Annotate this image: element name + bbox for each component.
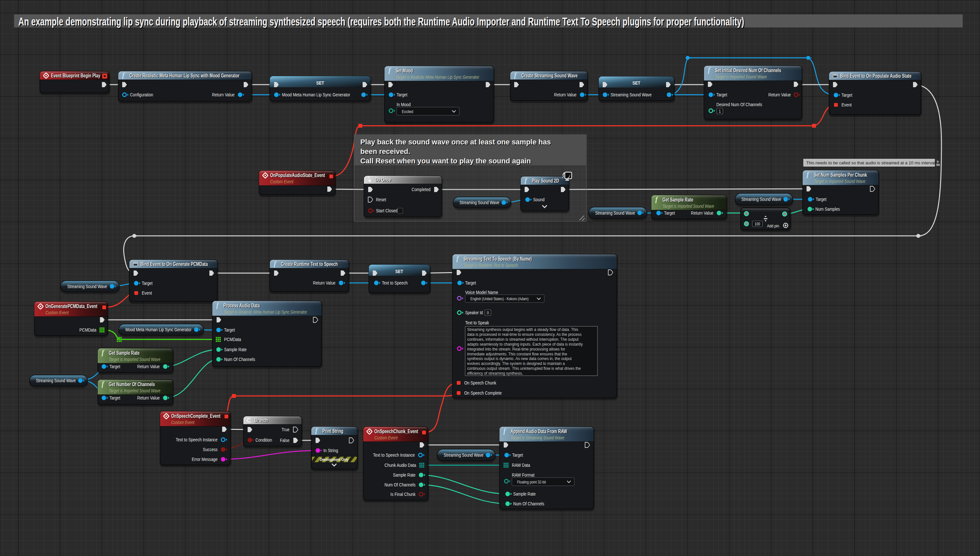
- svg-text:100: 100: [755, 221, 760, 226]
- svg-text:Return Value: Return Value: [554, 92, 576, 97]
- svg-text:Play Sound 2D: Play Sound 2D: [532, 178, 559, 184]
- svg-text:PCMData: PCMData: [224, 336, 241, 342]
- svg-text:On Speech Complete: On Speech Complete: [464, 390, 502, 396]
- svg-text:Start Closed: Start Closed: [376, 208, 397, 213]
- svg-text:Target: Target: [716, 92, 728, 97]
- svg-text:continues, information is stre: continues, information is streamed witho…: [467, 337, 579, 342]
- svg-text:1: 1: [368, 175, 370, 179]
- svg-text:Add pin: Add pin: [767, 223, 779, 228]
- svg-text:PCMData: PCMData: [79, 327, 97, 333]
- svg-text:Voice Model Name: Voice Model Name: [465, 289, 498, 295]
- svg-text:Streaming Sound Wave: Streaming Sound Wave: [460, 200, 499, 205]
- svg-text:synthesis output is dynamic. A: synthesis output is dynamic. As new data…: [467, 356, 572, 361]
- svg-text:Create Streaming Sound Wave: Create Streaming Sound Wave: [521, 73, 578, 78]
- svg-text:Append Audio Data From RAW: Append Audio Data From RAW: [510, 428, 567, 434]
- svg-text:English (United States) - Koko: English (United States) - Kokoro (Adam): [470, 297, 528, 301]
- svg-text:Get Sample Rate: Get Sample Rate: [109, 350, 139, 356]
- svg-text:Target is Runtime Text to Spee: Target is Runtime Text to Speech: [463, 262, 518, 268]
- svg-text:Error Message: Error Message: [192, 456, 218, 462]
- svg-text:Branch: Branch: [255, 417, 268, 423]
- svg-text:Streaming Sound Wave: Streaming Sound Wave: [741, 197, 781, 202]
- svg-text:Speaker Id: Speaker Id: [465, 310, 483, 315]
- svg-text:Return Value: Return Value: [769, 92, 791, 97]
- svg-text:Streaming Sound Wave: Streaming Sound Wave: [595, 210, 635, 216]
- svg-text:Excited: Excited: [402, 109, 413, 114]
- svg-text:Event: Event: [841, 102, 852, 107]
- svg-text:Return Value: Return Value: [137, 364, 160, 369]
- svg-text:Text to Speech: Text to Speech: [382, 280, 408, 286]
- svg-text:True: True: [282, 427, 289, 432]
- svg-text:SET: SET: [633, 80, 640, 86]
- svg-text:Custom Event: Custom Event: [45, 310, 69, 315]
- svg-text:Target is Imported Sound Wave: Target is Imported Sound Wave: [814, 178, 865, 184]
- svg-text:SET: SET: [395, 268, 403, 274]
- svg-text:Call Reset when you want to pl: Call Reset when you want to play the sou…: [360, 157, 531, 165]
- svg-text:Mood Meta Human Lip Sync Gener: Mood Meta Human Lip Sync Generator: [282, 92, 350, 97]
- svg-text:Target is Imported Sound Wave: Target is Imported Sound Wave: [109, 388, 160, 393]
- svg-text:On Speech Chunk: On Speech Chunk: [464, 380, 496, 385]
- svg-text:An example demonstrating lip s: An example demonstrating lip sync during…: [18, 15, 744, 28]
- svg-text:continuous output stream. This: continuous output stream. This uninterru…: [467, 366, 581, 371]
- svg-text:Target is Imported Sound Wave: Target is Imported Sound Wave: [662, 203, 714, 209]
- svg-text:Sample Rate: Sample Rate: [393, 472, 415, 478]
- svg-text:Streaming Sound Wave: Streaming Sound Wave: [36, 378, 76, 383]
- svg-text:RAW Format: RAW Format: [512, 472, 535, 478]
- svg-text:Is Final Chunk: Is Final Chunk: [391, 491, 415, 497]
- svg-text:False: False: [280, 437, 289, 443]
- svg-text:Target: Target: [816, 196, 827, 202]
- svg-text:Success: Success: [203, 446, 218, 452]
- svg-text:Reset: Reset: [376, 197, 386, 202]
- svg-text:Target: Target: [841, 92, 852, 98]
- svg-text:Custom Event: Custom Event: [375, 435, 398, 440]
- svg-text:Get Number Of Channels: Get Number Of Channels: [109, 381, 155, 387]
- svg-text:Target: Target: [224, 327, 235, 333]
- svg-text:Target is Imported Sound Wave: Target is Imported Sound Wave: [715, 74, 767, 79]
- svg-text:Target: Target: [512, 452, 523, 458]
- svg-text:Streaming synthesis output beg: Streaming synthesis output begins with a…: [467, 327, 578, 332]
- svg-text:Set Num Samples Per Chunk: Set Num Samples Per Chunk: [814, 172, 867, 178]
- svg-text:Streaming Sound Wave: Streaming Sound Wave: [610, 92, 652, 97]
- svg-text:Streaming Sound Wave: Streaming Sound Wave: [67, 284, 107, 289]
- svg-text:SET: SET: [316, 80, 324, 86]
- svg-text:Create Realistic Meta Human Li: Create Realistic Meta Human Lip Sync wit…: [129, 73, 239, 78]
- svg-text:data is processed in real-time: data is processed in real-time to ensure…: [467, 332, 581, 337]
- svg-text:Sample Rate: Sample Rate: [224, 347, 247, 352]
- svg-text:Target: Target: [664, 210, 675, 216]
- svg-text:Return Value: Return Value: [212, 92, 234, 97]
- svg-text:Num Of Channels: Num Of Channels: [384, 482, 415, 487]
- svg-text:In Mood: In Mood: [397, 102, 411, 107]
- svg-text:Custom Event: Custom Event: [270, 179, 294, 184]
- svg-text:Target: Target: [397, 92, 408, 97]
- svg-text:adapts seamlessly to changing: adapts seamlessly to changing inputs. Ea…: [467, 342, 583, 347]
- svg-text:1: 1: [719, 109, 721, 114]
- svg-text:OnSpeechComplete_Event: OnSpeechComplete_Event: [171, 413, 221, 419]
- svg-text:Custom Event: Custom Event: [171, 419, 195, 425]
- svg-text:Get Sample Rate: Get Sample Rate: [662, 197, 693, 202]
- svg-text:Do Once: Do Once: [375, 177, 391, 183]
- svg-text:In String: In String: [323, 448, 338, 453]
- svg-text:evolves accordingly. The syste: evolves accordingly. The system is desig…: [467, 361, 565, 366]
- svg-text:Return Value: Return Value: [137, 395, 160, 401]
- svg-text:Target is Streaming Sound Wave: Target is Streaming Sound Wave: [510, 435, 564, 440]
- svg-text:Target is Realistic Meta Human: Target is Realistic Meta Human Lip Sync …: [396, 74, 480, 80]
- svg-text:Sound: Sound: [533, 197, 544, 202]
- svg-text:Num Of Channels: Num Of Channels: [224, 356, 255, 362]
- svg-text:been received.: been received.: [360, 147, 410, 155]
- svg-text:Create Runtime Text to Speech: Create Runtime Text to Speech: [281, 261, 338, 267]
- svg-text:Mood Meta Human Lip Sync Gener: Mood Meta Human Lip Sync Generator: [126, 327, 191, 332]
- svg-text:Set Initial Desired Num Of Cha: Set Initial Desired Num Of Channels: [715, 68, 781, 73]
- svg-text:Target: Target: [142, 280, 153, 286]
- svg-text:This needs to be called so tha: This needs to be called so that audio is…: [806, 160, 935, 165]
- svg-text:Print String: Print String: [323, 428, 343, 434]
- svg-text:Floating point 32-bit: Floating point 32-bit: [517, 480, 546, 485]
- svg-text:Completed: Completed: [412, 186, 431, 192]
- svg-text:Desired Num Of Channels: Desired Num Of Channels: [716, 102, 762, 107]
- svg-text:Set Mood: Set Mood: [396, 68, 413, 73]
- svg-text:Bind Event to On Populate Audi: Bind Event to On Populate Audio State: [840, 73, 911, 79]
- svg-text:efficiency of streaming synthe: efficiency of streaming synthesis.: [467, 371, 523, 376]
- svg-text:integrated into the stream. Re: integrated into the stream. Real-time pr…: [467, 347, 565, 351]
- svg-text:Streaming Sound Wave: Streaming Sound Wave: [444, 453, 483, 458]
- svg-text:OnGeneratePCMData_Event: OnGeneratePCMData_Event: [45, 304, 97, 309]
- svg-text:Streaming Text To Speech (By N: Streaming Text To Speech (By Name): [463, 256, 532, 262]
- svg-text:Chunk Audio Data: Chunk Audio Data: [384, 462, 417, 468]
